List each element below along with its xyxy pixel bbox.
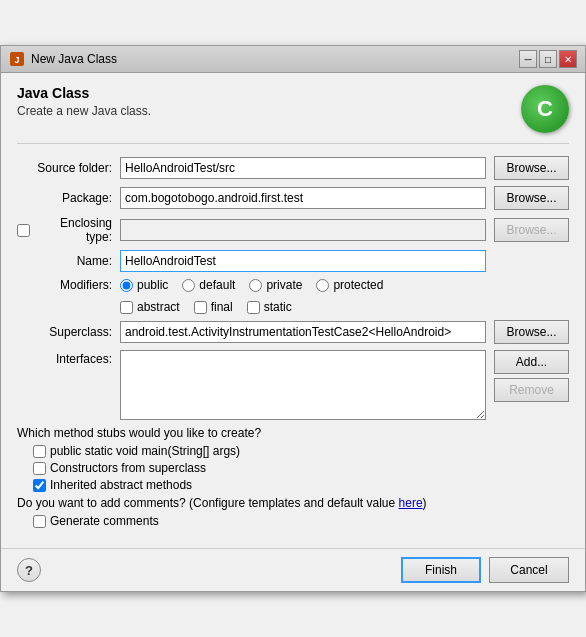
titlebar: J New Java Class ─ □ ✕ bbox=[1, 46, 585, 73]
header-title: Java Class bbox=[17, 85, 151, 101]
modifiers-options: public default private protected bbox=[120, 278, 383, 292]
interfaces-buttons: Add... Remove bbox=[494, 350, 569, 402]
source-folder-row: Source folder: Browse... bbox=[17, 156, 569, 180]
protected-radio[interactable] bbox=[316, 279, 329, 292]
abstract-label: abstract bbox=[137, 300, 180, 314]
stubs-question: Which method stubs would you like to cre… bbox=[17, 426, 569, 440]
default-radio[interactable] bbox=[182, 279, 195, 292]
header-subtitle: Create a new Java class. bbox=[17, 104, 151, 118]
main-method-row: public static void main(String[] args) bbox=[33, 444, 569, 458]
enclosing-type-label-wrap: Enclosing type: bbox=[17, 216, 112, 244]
protected-radio-group: protected bbox=[316, 278, 383, 292]
enclosing-type-checkbox[interactable] bbox=[17, 224, 30, 237]
private-radio[interactable] bbox=[249, 279, 262, 292]
public-label: public bbox=[137, 278, 168, 292]
generate-comments-label: Generate comments bbox=[50, 514, 159, 528]
new-java-class-dialog: J New Java Class ─ □ ✕ Java Class Create… bbox=[0, 45, 586, 592]
final-checkbox[interactable] bbox=[194, 301, 207, 314]
source-folder-input[interactable] bbox=[120, 157, 486, 179]
java-icon: J bbox=[9, 51, 25, 67]
interfaces-textarea[interactable] bbox=[120, 350, 486, 420]
superclass-browse-button[interactable]: Browse... bbox=[494, 320, 569, 344]
source-folder-label: Source folder: bbox=[17, 161, 112, 175]
comments-checks: Generate comments bbox=[33, 514, 569, 528]
eclipse-logo: C bbox=[521, 85, 569, 133]
source-folder-browse-button[interactable]: Browse... bbox=[494, 156, 569, 180]
final-checkbox-row: final bbox=[194, 300, 233, 314]
final-label: final bbox=[211, 300, 233, 314]
modifiers-row: Modifiers: public default private bbox=[17, 278, 569, 292]
constructors-label: Constructors from superclass bbox=[50, 461, 206, 475]
footer-buttons: Finish Cancel bbox=[401, 557, 569, 583]
package-input[interactable] bbox=[120, 187, 486, 209]
generate-comments-checkbox[interactable] bbox=[33, 515, 46, 528]
name-row: Name: bbox=[17, 250, 569, 272]
comments-question-suffix: ) bbox=[423, 496, 427, 510]
interfaces-label: Interfaces: bbox=[17, 350, 112, 366]
comments-question: Do you want to add comments? (Configure … bbox=[17, 496, 569, 510]
main-method-checkbox[interactable] bbox=[33, 445, 46, 458]
name-label: Name: bbox=[17, 254, 112, 268]
public-radio[interactable] bbox=[120, 279, 133, 292]
static-label: static bbox=[264, 300, 292, 314]
superclass-row: Superclass: Browse... bbox=[17, 320, 569, 344]
inherited-checkbox[interactable] bbox=[33, 479, 46, 492]
enclosing-type-label: Enclosing type: bbox=[34, 216, 112, 244]
default-radio-group: default bbox=[182, 278, 235, 292]
modifiers-second-row: abstract final static bbox=[120, 300, 569, 314]
superclass-label: Superclass: bbox=[17, 325, 112, 339]
modifiers-label: Modifiers: bbox=[17, 278, 112, 292]
interfaces-section: Interfaces: Add... Remove bbox=[17, 350, 569, 420]
inherited-row: Inherited abstract methods bbox=[33, 478, 569, 492]
maximize-button[interactable]: □ bbox=[539, 50, 557, 68]
main-method-label: public static void main(String[] args) bbox=[50, 444, 240, 458]
public-radio-group: public bbox=[120, 278, 168, 292]
dialog-title: New Java Class bbox=[31, 52, 117, 66]
header-text: Java Class Create a new Java class. bbox=[17, 85, 151, 118]
constructors-checkbox[interactable] bbox=[33, 462, 46, 475]
abstract-checkbox[interactable] bbox=[120, 301, 133, 314]
interfaces-remove-button[interactable]: Remove bbox=[494, 378, 569, 402]
enclosing-type-row: Enclosing type: Browse... bbox=[17, 216, 569, 244]
package-row: Package: Browse... bbox=[17, 186, 569, 210]
comments-here-link[interactable]: here bbox=[399, 496, 423, 510]
dialog-body: Java Class Create a new Java class. C So… bbox=[1, 73, 585, 540]
constructors-row: Constructors from superclass bbox=[33, 461, 569, 475]
comments-question-prefix: Do you want to add comments? (Configure … bbox=[17, 496, 399, 510]
help-button[interactable]: ? bbox=[17, 558, 41, 582]
header-section: Java Class Create a new Java class. C bbox=[17, 85, 569, 144]
finish-button[interactable]: Finish bbox=[401, 557, 481, 583]
name-input[interactable] bbox=[120, 250, 486, 272]
titlebar-left: J New Java Class bbox=[9, 51, 117, 67]
svg-text:J: J bbox=[14, 55, 19, 65]
minimize-button[interactable]: ─ bbox=[519, 50, 537, 68]
form-section: Source folder: Browse... Package: Browse… bbox=[17, 156, 569, 420]
dialog-footer: ? Finish Cancel bbox=[1, 548, 585, 591]
static-checkbox-row: static bbox=[247, 300, 292, 314]
private-label: private bbox=[266, 278, 302, 292]
stubs-checks: public static void main(String[] args) C… bbox=[33, 444, 569, 492]
inherited-label: Inherited abstract methods bbox=[50, 478, 192, 492]
comments-section: Do you want to add comments? (Configure … bbox=[17, 496, 569, 528]
protected-label: protected bbox=[333, 278, 383, 292]
enclosing-type-input[interactable] bbox=[120, 219, 486, 241]
private-radio-group: private bbox=[249, 278, 302, 292]
generate-comments-row: Generate comments bbox=[33, 514, 569, 528]
default-label: default bbox=[199, 278, 235, 292]
titlebar-buttons: ─ □ ✕ bbox=[519, 50, 577, 68]
package-label: Package: bbox=[17, 191, 112, 205]
superclass-input[interactable] bbox=[120, 321, 486, 343]
close-button[interactable]: ✕ bbox=[559, 50, 577, 68]
static-checkbox[interactable] bbox=[247, 301, 260, 314]
cancel-button[interactable]: Cancel bbox=[489, 557, 569, 583]
enclosing-type-browse-button[interactable]: Browse... bbox=[494, 218, 569, 242]
interfaces-add-button[interactable]: Add... bbox=[494, 350, 569, 374]
abstract-checkbox-row: abstract bbox=[120, 300, 180, 314]
package-browse-button[interactable]: Browse... bbox=[494, 186, 569, 210]
stubs-section: Which method stubs would you like to cre… bbox=[17, 426, 569, 492]
